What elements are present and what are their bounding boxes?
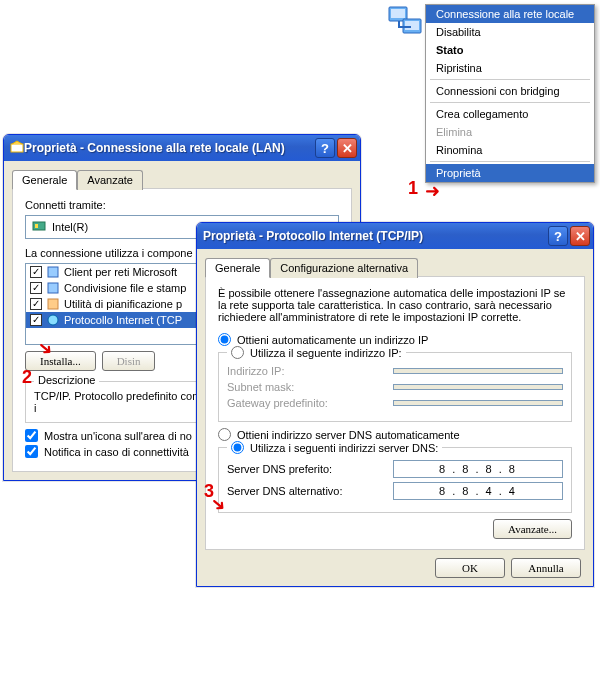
menu-item-rename[interactable]: Rinomina <box>426 141 594 159</box>
label-ip: Indirizzo IP: <box>227 365 393 377</box>
radio-auto-ip[interactable]: Ottieni automaticamente un indirizzo IP <box>218 333 572 346</box>
install-button[interactable]: Installa... <box>25 351 96 371</box>
menu-separator <box>430 79 590 80</box>
adapter-name: Intel(R) <box>52 221 88 233</box>
tab-alternative-config[interactable]: Configurazione alternativa <box>270 258 418 278</box>
label-connect-via: Connetti tramite: <box>25 199 339 211</box>
annotation-1: 1 <box>408 178 418 199</box>
menu-item-create-shortcut[interactable]: Crea collegamento <box>426 105 594 123</box>
cancel-button[interactable]: Annulla <box>511 558 581 578</box>
help-button[interactable]: ? <box>315 138 335 158</box>
menu-item-bridge[interactable]: Connessioni con bridging <box>426 82 594 100</box>
svg-rect-1 <box>391 9 405 18</box>
svg-rect-3 <box>405 21 419 30</box>
label-dns-preferred: Server DNS preferito: <box>227 463 393 475</box>
checkbox[interactable] <box>30 266 42 278</box>
gateway-field <box>393 400 563 406</box>
window-tcpip-properties: Proprietà - Protocollo Internet (TCP/IP)… <box>196 222 594 587</box>
svg-rect-8 <box>48 283 58 293</box>
tab-general[interactable]: Generale <box>205 258 270 278</box>
label-gateway: Gateway predefinito: <box>227 397 393 409</box>
annotation-arrow-1: ➜ <box>425 182 440 200</box>
menu-item-disable[interactable]: Disabilita <box>426 23 594 41</box>
svg-rect-9 <box>48 299 58 309</box>
titlebar-tcpip[interactable]: Proprietà - Protocollo Internet (TCP/IP)… <box>197 223 593 249</box>
svg-rect-6 <box>35 224 38 228</box>
titlebar-lan[interactable]: Proprietà - Connessione alla rete locale… <box>4 135 360 161</box>
description-legend: Descrizione <box>34 374 99 386</box>
dns-preferred-field[interactable]: 8 . 8 . 8 . 8 <box>393 460 563 478</box>
title-lan: Proprietà - Connessione alla rete locale… <box>24 141 313 155</box>
menu-item-status[interactable]: Stato <box>426 41 594 59</box>
tab-advanced[interactable]: Avanzate <box>77 170 143 190</box>
svg-point-10 <box>48 315 58 325</box>
uninstall-button: Disin <box>102 351 156 371</box>
nic-icon <box>32 219 46 235</box>
close-button[interactable]: ✕ <box>570 226 590 246</box>
title-tcpip: Proprietà - Protocollo Internet (TCP/IP) <box>203 229 546 243</box>
radio-manual-ip[interactable]: Utilizza il seguente indirizzo IP: <box>227 346 406 359</box>
svg-rect-7 <box>48 267 58 277</box>
menu-separator <box>430 102 590 103</box>
intro-text: È possibile ottenere l'assegnazione auto… <box>218 287 572 323</box>
subnet-field <box>393 384 563 390</box>
svg-rect-5 <box>33 222 45 230</box>
checkbox[interactable] <box>30 282 42 294</box>
advanced-button[interactable]: Avanzate... <box>493 519 572 539</box>
radio-manual-dns[interactable]: Utilizza i seguenti indirizzi server DNS… <box>227 441 442 454</box>
tab-general[interactable]: Generale <box>12 170 77 190</box>
menu-separator <box>430 161 590 162</box>
help-button[interactable]: ? <box>548 226 568 246</box>
ip-field <box>393 368 563 374</box>
checkbox[interactable] <box>30 314 42 326</box>
annotation-2: 2 <box>22 367 32 388</box>
label-dns-alternate: Server DNS alternativo: <box>227 485 393 497</box>
label-subnet: Subnet mask: <box>227 381 393 393</box>
close-button[interactable]: ✕ <box>337 138 357 158</box>
dns-alternate-field[interactable]: 8 . 8 . 4 . 4 <box>393 482 563 500</box>
svg-rect-4 <box>11 144 23 152</box>
network-connection-icon[interactable] <box>387 5 423 39</box>
checkbox[interactable] <box>30 298 42 310</box>
menu-item-properties[interactable]: Proprietà <box>426 164 594 182</box>
menu-item-restore[interactable]: Ripristina <box>426 59 594 77</box>
context-menu-header: Connessione alla rete locale <box>426 5 594 23</box>
radio-auto-dns[interactable]: Ottieni indirizzo server DNS automaticam… <box>218 428 572 441</box>
context-menu: Connessione alla rete locale Disabilita … <box>425 4 595 183</box>
ok-button[interactable]: OK <box>435 558 505 578</box>
menu-item-delete: Elimina <box>426 123 594 141</box>
icon-lan <box>10 140 24 157</box>
